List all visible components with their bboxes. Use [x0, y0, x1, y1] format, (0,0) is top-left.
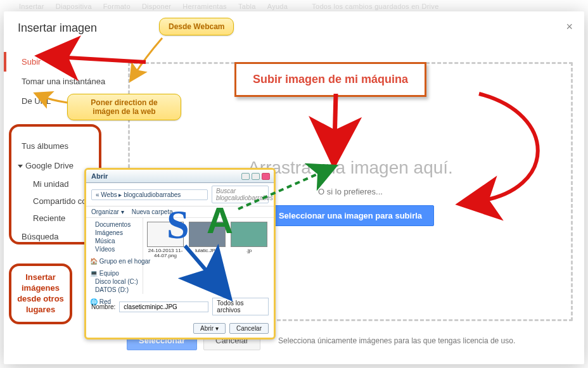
os-file-thumb[interactable]: .jp [231, 222, 267, 253]
annotation-otros: Insertar imágenes desde otros lugares [9, 263, 72, 324]
minimize-icon[interactable] [241, 173, 250, 180]
os-filename-input[interactable] [119, 301, 208, 312]
annotation-webcam: Desde Webcam [159, 18, 234, 35]
os-path-box[interactable]: « Webs ▸ blogcaludiobarrabes [91, 189, 208, 200]
maximize-icon[interactable] [252, 173, 260, 180]
annotation-letter-s: S [167, 201, 189, 248]
os-filter-select[interactable]: Todos los archivos [212, 298, 269, 315]
close-icon[interactable] [262, 173, 270, 180]
dropzone-or: O si lo prefieres... [318, 187, 383, 196]
annotation-letter-a: A [207, 199, 233, 241]
os-nav-tree[interactable]: Documentos Imágenes Música Vídeos 🏠 Grup… [86, 218, 143, 294]
select-image-button[interactable]: Seleccionar una imagen para subirla [267, 205, 434, 226]
dialog-title: Insertar imagen [4, 11, 584, 39]
os-window-controls [241, 173, 270, 180]
annotation-subir-title: Subir imagen de mi máquina [234, 62, 426, 97]
background-menubar: InsertarDiapositivaFormatoDisponerHerram… [0, 0, 588, 13]
close-icon[interactable]: × [566, 20, 573, 34]
license-note: Selecciona únicamente imágenes para las … [278, 336, 515, 345]
os-open-dialog: Abrir « Webs ▸ blogcaludiobarrabes Busca… [84, 168, 276, 339]
sidebar-item-subir[interactable]: Subir [4, 52, 123, 72]
sidebar-item-instantanea[interactable]: Tomar una instantánea [4, 72, 123, 91]
os-cancel-button[interactable]: Cancelar [229, 323, 269, 334]
annotation-url: Poner direction de imágen de la web [67, 94, 181, 120]
dropzone-title: Arrastra una imagen aquí. [248, 158, 453, 178]
os-open-button[interactable]: Abrir ▾ [193, 323, 226, 334]
os-organizar[interactable]: Organizar ▾ [91, 208, 124, 215]
